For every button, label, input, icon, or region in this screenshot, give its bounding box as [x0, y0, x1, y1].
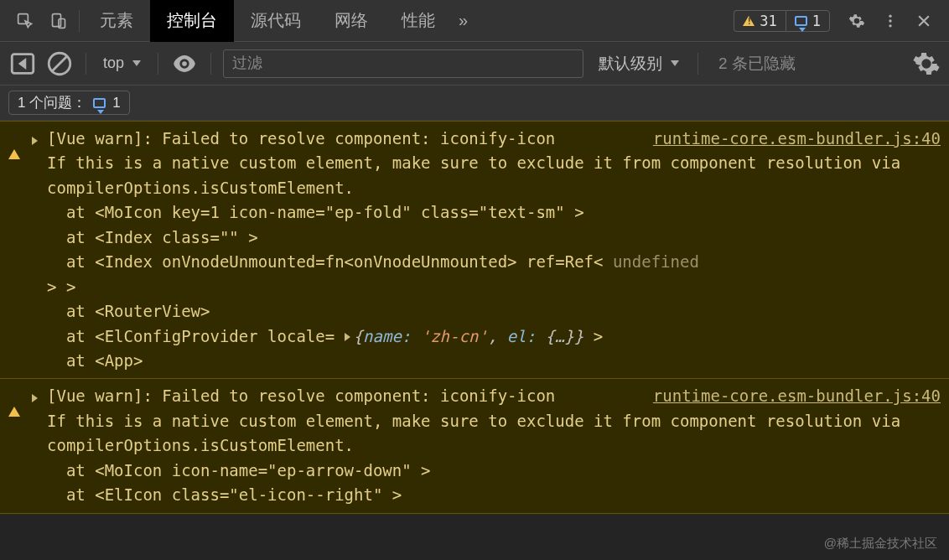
divider	[697, 53, 698, 75]
console-toolbar: top 默认级别 2 条已隐藏	[0, 42, 949, 86]
context-selector[interactable]: top	[98, 54, 146, 72]
log-body: If this is a native custom element, make…	[47, 151, 941, 200]
stack-frame: at <ElIcon class="el-icon--right" >	[47, 483, 941, 507]
warning-icon	[8, 127, 32, 373]
log-level-label: 默认级别	[599, 53, 662, 75]
stack-frame: at <MoIcon key=1 icon-name="ep-fold" cla…	[47, 200, 941, 225]
device-toggle-icon[interactable]	[42, 0, 75, 42]
tab-sources[interactable]: 源代码	[234, 0, 318, 42]
stack-frame: at <ElConfigProvider locale= {name: 'zh-…	[47, 324, 941, 349]
status-badges[interactable]: 31 1	[729, 10, 830, 32]
tab-console[interactable]: 控制台	[150, 0, 234, 42]
expand-object-icon[interactable]	[345, 333, 350, 341]
inspect-element-icon[interactable]	[8, 0, 42, 42]
tab-network[interactable]: 网络	[318, 0, 385, 42]
messages-badge[interactable]: 1	[786, 10, 830, 32]
svg-point-4	[889, 19, 891, 22]
warning-icon	[743, 16, 755, 26]
issues-count: 1	[112, 95, 120, 111]
more-menu-icon[interactable]	[874, 0, 907, 42]
expand-toggle[interactable]	[32, 384, 47, 507]
log-level-selector[interactable]: 默认级别	[592, 53, 686, 75]
log-message: [Vue warn]: Failed to resolve component:…	[47, 384, 653, 408]
console-output: [Vue warn]: Failed to resolve component:…	[0, 121, 949, 560]
log-message: [Vue warn]: Failed to resolve component:…	[47, 127, 653, 151]
tabs-more[interactable]: »	[452, 0, 474, 42]
console-entry: [Vue warn]: Failed to resolve component:…	[0, 378, 949, 513]
close-icon[interactable]	[907, 0, 941, 42]
hidden-count[interactable]: 2 条已隐藏	[710, 53, 804, 75]
stack-frame: > >	[47, 275, 941, 299]
stack-frame: at <App>	[47, 349, 941, 373]
svg-point-5	[889, 24, 891, 27]
tab-performance[interactable]: 性能	[385, 0, 452, 42]
warning-icon	[8, 384, 32, 507]
message-icon	[795, 16, 807, 26]
devtools-main-toolbar: 元素 控制台 源代码 网络 性能 » 31 1	[0, 0, 949, 42]
context-label: top	[103, 54, 124, 72]
log-body: If this is a native custom element, make…	[47, 409, 941, 459]
svg-point-3	[889, 14, 891, 17]
warnings-badge[interactable]: 31	[734, 10, 785, 32]
watermark: @稀土掘金技术社区	[824, 536, 937, 552]
source-link[interactable]: runtime-core.esm-bundler.js:40	[653, 127, 941, 151]
svg-rect-1	[53, 13, 61, 26]
issues-bar: 1 个问题： 1	[0, 86, 949, 121]
divider	[210, 53, 211, 75]
message-icon	[93, 98, 106, 108]
stack-frame: at <Index onVnodeUnmounted=fn<onVnodeUnm…	[47, 250, 941, 274]
chevron-down-icon	[671, 60, 679, 66]
settings-icon[interactable]	[840, 0, 874, 42]
live-expression-icon[interactable]	[170, 49, 199, 78]
stack-frame: at <RouterView>	[47, 299, 941, 324]
chevron-down-icon	[132, 60, 141, 66]
stack-frame: at <Index class="" >	[47, 226, 941, 250]
divider	[86, 53, 86, 75]
messages-count: 1	[812, 13, 821, 29]
warnings-count: 31	[760, 13, 776, 29]
sidebar-toggle-icon[interactable]	[8, 49, 37, 78]
divider	[158, 53, 158, 75]
issues-label: 1 个问题：	[18, 93, 86, 112]
console-settings-icon[interactable]	[912, 49, 941, 78]
clear-console-icon[interactable]	[45, 49, 74, 78]
filter-input[interactable]	[223, 49, 583, 78]
issues-chip[interactable]: 1 个问题： 1	[8, 91, 130, 115]
source-link[interactable]: runtime-core.esm-bundler.js:40	[653, 384, 941, 408]
stack-frame: at <MoIcon icon-name="ep-arrow-down" >	[47, 459, 941, 483]
expand-toggle[interactable]	[32, 127, 47, 373]
tab-elements[interactable]: 元素	[83, 0, 150, 42]
divider	[79, 10, 80, 32]
console-entry: [Vue warn]: Failed to resolve component:…	[0, 121, 949, 379]
